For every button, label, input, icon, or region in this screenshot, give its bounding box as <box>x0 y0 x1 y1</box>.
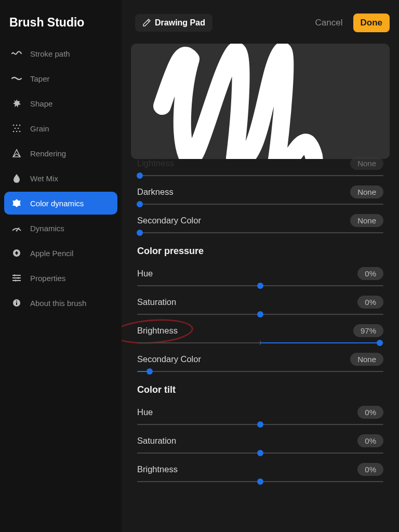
svg-point-15 <box>14 274 16 276</box>
drawing-pad-label: Drawing Pad <box>155 18 205 28</box>
slider-fill <box>260 342 380 343</box>
slider-track[interactable] <box>137 285 383 286</box>
apple-pencil-icon <box>11 248 22 258</box>
slider-track[interactable] <box>137 204 383 205</box>
svg-point-2 <box>16 125 18 126</box>
sidebar-item-label: Dynamics <box>30 224 64 233</box>
slider-thumb[interactable] <box>257 450 263 456</box>
grain-icon <box>11 123 22 134</box>
brush-preview-canvas[interactable] <box>131 44 390 159</box>
about-icon <box>11 298 22 308</box>
sidebar-item-taper[interactable]: Taper <box>4 67 117 90</box>
slider-pressure-brightness[interactable]: Brightness 97% <box>137 324 383 343</box>
sidebar-item-rendering[interactable]: Rendering <box>4 142 117 165</box>
slider-thumb[interactable] <box>257 311 263 317</box>
svg-rect-19 <box>16 302 17 305</box>
cancel-button[interactable]: Cancel <box>315 18 343 28</box>
sidebar-item-dynamics[interactable]: Dynamics <box>4 217 117 240</box>
sidebar-item-apple-pencil[interactable]: Apple Pencil <box>4 242 117 264</box>
sidebar-item-properties[interactable]: Properties <box>4 267 117 289</box>
section-color-pressure: Color pressure <box>137 246 383 257</box>
slider-value: 97% <box>353 324 383 337</box>
sidebar-item-stroke-path[interactable]: Stroke path <box>4 42 117 65</box>
slider-label: Brightness <box>137 326 178 336</box>
sidebar-item-color-dynamics[interactable]: Color dynamics <box>4 192 117 215</box>
wet-mix-icon <box>11 173 22 183</box>
slider-value: None <box>350 157 383 170</box>
svg-point-16 <box>17 277 19 279</box>
slider-tilt-hue[interactable]: Hue 0% <box>137 406 383 425</box>
sidebar-item-grain[interactable]: Grain <box>4 117 117 140</box>
svg-point-3 <box>19 125 21 126</box>
sidebar-item-label: Stroke path <box>30 49 70 58</box>
sidebar-item-label: Shape <box>30 99 52 108</box>
slider-pressure-secondary[interactable]: Secondary Color None <box>137 353 383 372</box>
done-button[interactable]: Done <box>353 14 390 32</box>
sidebar-item-shape[interactable]: Shape <box>4 92 117 115</box>
section-color-tilt: Color tilt <box>137 384 383 395</box>
sidebar-item-wet-mix[interactable]: Wet Mix <box>4 167 117 190</box>
properties-icon <box>11 273 22 283</box>
top-actions: Cancel Done <box>315 14 390 32</box>
drawing-pad-button[interactable]: Drawing Pad <box>135 14 212 32</box>
settings-panel[interactable]: Lightness None Darkness None Secondary C… <box>122 156 399 532</box>
svg-point-20 <box>16 300 17 301</box>
sidebar-item-label: About this brush <box>30 299 86 308</box>
slider-label: Hue <box>137 269 153 278</box>
slider-label: Darkness <box>137 187 174 197</box>
slider-tilt-brightness[interactable]: Brightness 0% <box>137 463 383 482</box>
sidebar-item-about[interactable]: About this brush <box>4 291 117 314</box>
slider-thumb[interactable] <box>257 478 263 485</box>
slider-thumb[interactable] <box>137 201 143 207</box>
slider-track[interactable] <box>137 175 383 176</box>
sidebar-item-label: Rendering <box>30 149 66 158</box>
slider-track[interactable] <box>137 232 383 233</box>
slider-value: None <box>350 185 383 198</box>
color-dynamics-icon <box>11 198 22 208</box>
slider-thumb[interactable] <box>147 368 153 375</box>
rendering-icon <box>11 148 22 158</box>
slider-value: 0% <box>357 463 383 476</box>
slider-lightness[interactable]: Lightness None <box>137 157 383 176</box>
svg-point-5 <box>18 128 19 129</box>
app-title: Brush Studio <box>0 9 122 42</box>
slider-track[interactable] <box>137 314 383 315</box>
svg-point-7 <box>16 131 18 132</box>
slider-thumb[interactable] <box>257 421 263 428</box>
stroke-path-icon <box>11 48 22 59</box>
sidebar-item-label: Wet Mix <box>30 174 58 183</box>
topbar: Drawing Pad Cancel Done <box>122 0 399 39</box>
slider-pressure-hue[interactable]: Hue 0% <box>137 267 383 286</box>
svg-point-8 <box>19 131 21 132</box>
slider-label: Saturation <box>137 436 176 446</box>
slider-track[interactable] <box>137 342 383 343</box>
slider-track[interactable] <box>137 371 383 372</box>
slider-tilt-saturation[interactable]: Saturation 0% <box>137 434 383 454</box>
svg-point-4 <box>15 128 16 129</box>
dynamics-icon <box>11 223 22 233</box>
slider-thumb[interactable] <box>257 283 263 289</box>
sidebar-item-label: Properties <box>30 274 65 283</box>
slider-secondary-color[interactable]: Secondary Color None <box>137 214 383 233</box>
svg-point-1 <box>13 125 15 126</box>
slider-track[interactable] <box>137 481 383 482</box>
slider-value: 0% <box>357 434 383 447</box>
slider-value: 0% <box>357 267 383 280</box>
slider-thumb[interactable] <box>377 340 383 346</box>
slider-pressure-saturation[interactable]: Saturation 0% <box>137 296 383 315</box>
svg-marker-0 <box>13 99 21 108</box>
slider-value: None <box>350 353 383 366</box>
sidebar-item-label: Apple Pencil <box>30 249 73 258</box>
edit-icon <box>142 19 151 27</box>
slider-track[interactable] <box>137 453 383 454</box>
slider-thumb[interactable] <box>137 172 143 179</box>
slider-darkness[interactable]: Darkness None <box>137 185 383 205</box>
slider-track[interactable] <box>137 424 383 425</box>
sidebar-item-label: Taper <box>30 74 50 83</box>
nav-list: Stroke path Taper Shape Grain Rendering <box>0 42 122 314</box>
slider-label: Saturation <box>137 297 176 307</box>
slider-value: None <box>350 214 383 227</box>
slider-label: Lightness <box>137 158 174 168</box>
slider-thumb[interactable] <box>137 230 143 236</box>
slider-label: Brightness <box>137 464 178 474</box>
